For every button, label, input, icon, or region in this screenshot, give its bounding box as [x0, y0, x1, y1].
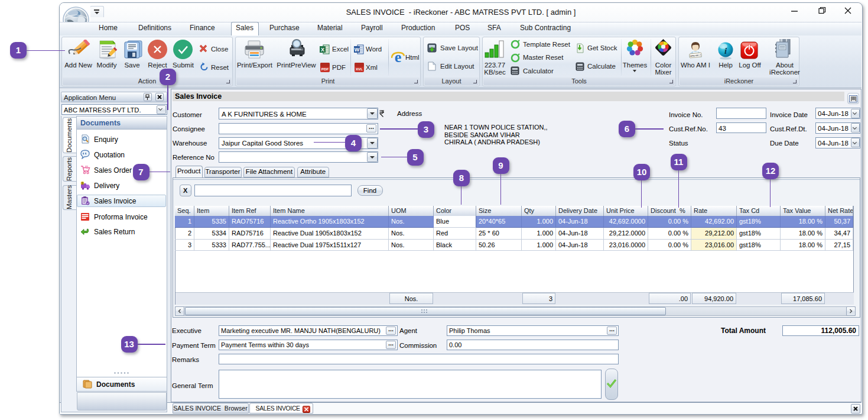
- svg-text:PDF: PDF: [321, 66, 329, 70]
- svg-text:X: X: [321, 47, 324, 53]
- svg-text:$: $: [82, 182, 83, 185]
- svg-text:W: W: [355, 47, 360, 53]
- svg-text:XVL: XVL: [356, 66, 363, 70]
